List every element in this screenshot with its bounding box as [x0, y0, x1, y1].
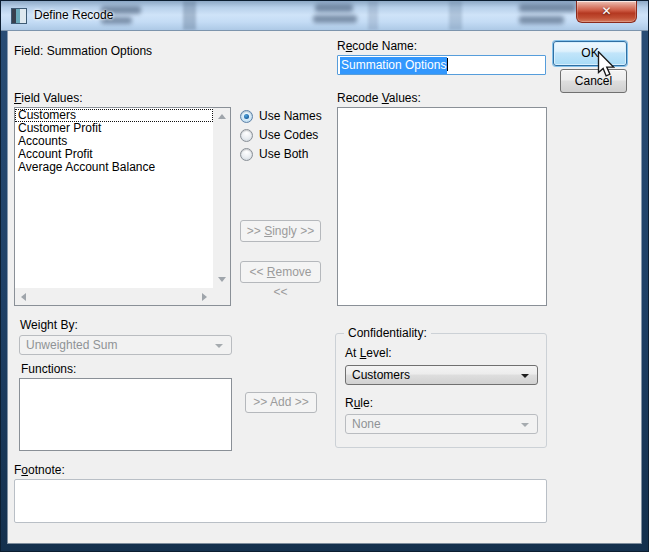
at-level-label: At Level: [345, 346, 392, 360]
scroll-down-icon[interactable] [218, 277, 226, 282]
confidentiality-label: Confidentiality: [344, 326, 431, 340]
ok-button[interactable]: OK [553, 41, 627, 66]
radio-row-use-codes[interactable]: Use Codes [240, 127, 318, 143]
rule-combo[interactable]: None [345, 414, 538, 434]
weight-by-label: Weight By: [20, 318, 78, 332]
at-level-combo[interactable]: Customers [345, 365, 538, 385]
list-item[interactable]: Average Account Balance [15, 161, 213, 174]
selected-text: Summation Options [340, 57, 447, 74]
chevron-down-icon [215, 344, 223, 348]
scroll-up-icon[interactable] [218, 114, 226, 119]
window-title: Define Recode [34, 1, 113, 29]
field-info-label: Field: Summation Options [14, 44, 152, 58]
weight-by-combo[interactable]: Unweighted Sum [19, 335, 232, 355]
glass-blur-smudge [519, 16, 564, 24]
radio-label: Use Names [259, 109, 322, 123]
singly-button[interactable]: >> Singly >> [240, 220, 321, 242]
dialog-client-area: Field: Summation Options Recode Name: Su… [8, 30, 641, 543]
glass-blur-band [368, 1, 378, 30]
cancel-button[interactable]: Cancel [560, 69, 627, 93]
radio-use-both[interactable] [240, 148, 253, 161]
scroll-right-icon[interactable] [202, 293, 207, 301]
footnote-label: Footnote: [14, 463, 65, 477]
field-values-listbox[interactable]: Customers Customer Profit Accounts Accou… [14, 107, 231, 306]
footnote-input[interactable] [14, 479, 547, 523]
app-icon [11, 8, 27, 24]
chevron-down-icon [521, 423, 529, 427]
close-button[interactable]: ✕ [576, 0, 637, 23]
recode-name-input[interactable]: Summation Options [337, 55, 546, 75]
radio-use-codes[interactable] [240, 129, 253, 142]
recode-values-listbox[interactable] [337, 107, 547, 306]
glass-blur-smudge [313, 15, 357, 23]
horizontal-scrollbar[interactable] [15, 288, 213, 305]
titlebar[interactable]: Define Recode [1, 1, 648, 31]
recode-name-label: Recode Name: [337, 39, 417, 53]
glass-blur-smudge [519, 4, 576, 12]
radio-use-names[interactable] [240, 110, 253, 123]
radio-row-use-names[interactable]: Use Names [240, 108, 322, 124]
radio-label: Use Both [259, 147, 308, 161]
glass-blur-band [183, 1, 196, 30]
field-values-label: Field Values: [14, 91, 83, 105]
functions-listbox[interactable] [19, 378, 232, 451]
define-recode-dialog: { "window": { "title": "Define Recode", … [0, 0, 649, 552]
close-icon: ✕ [601, 4, 611, 18]
vertical-scrollbar[interactable] [213, 108, 230, 288]
recode-values-label: Recode Values: [337, 91, 421, 105]
rule-label: Rule: [345, 396, 373, 410]
text-caret [447, 58, 448, 71]
scroll-left-icon[interactable] [21, 293, 26, 301]
glass-blur-smudge [315, 4, 353, 12]
remove-button[interactable]: << Remove << [240, 261, 321, 283]
radio-row-use-both[interactable]: Use Both [240, 146, 308, 162]
field-values-list[interactable]: Customers Customer Profit Accounts Accou… [15, 108, 213, 288]
chevron-down-icon [521, 374, 529, 378]
glass-blur-band [449, 1, 462, 30]
scrollbar-corner [213, 288, 230, 305]
add-button[interactable]: >> Add >> [245, 392, 317, 413]
functions-label: Functions: [21, 362, 76, 376]
radio-label: Use Codes [259, 128, 318, 142]
